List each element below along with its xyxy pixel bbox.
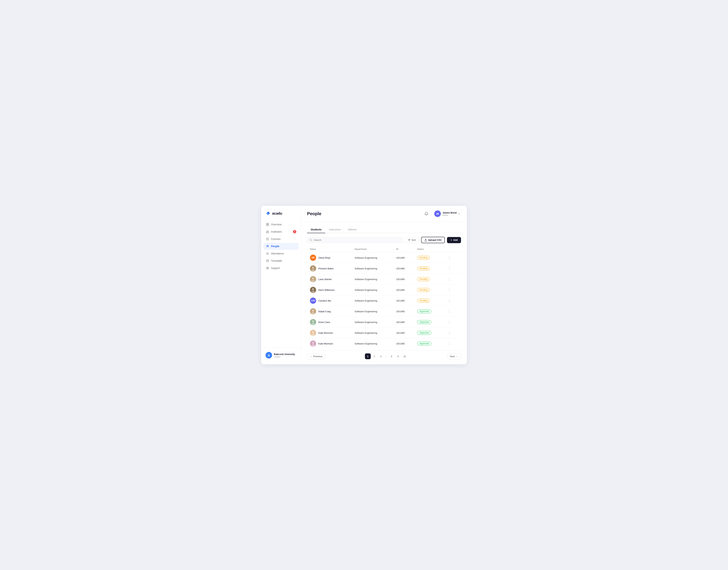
org-card[interactable]: B Babcock Univesity Legacy [264, 350, 298, 360]
col-department: Department [352, 246, 393, 252]
sidebar-item-label-institution: Institution [271, 230, 282, 233]
cell-name: OR Olivia Rhye [307, 252, 352, 263]
chevron-down-icon: ▾ [459, 213, 460, 215]
col-id: ID [393, 246, 414, 252]
sidebar-footer: B Babcock Univesity Legacy [261, 347, 301, 361]
arrow-right-icon: → [456, 355, 458, 358]
cell-id: 19/1485 [393, 306, 414, 317]
search-input[interactable] [314, 239, 400, 241]
person-avatar [310, 287, 316, 293]
sidebar-item-attendance[interactable]: Attendance [263, 250, 299, 257]
topbar: People JB James Bond Admin ▾ [301, 206, 467, 222]
status-badge: Pending [417, 266, 430, 270]
sidebar-item-people[interactable]: People [263, 243, 299, 250]
svg-rect-1 [268, 223, 269, 224]
sort-label: Sort [411, 239, 416, 241]
previous-button[interactable]: ← Previous [307, 353, 325, 359]
cell-status: Approved [414, 317, 443, 328]
sidebar-item-overview[interactable]: Overview [263, 221, 299, 228]
person-name: Natali Craig [318, 310, 331, 313]
row-more-button[interactable]: ⋮ [446, 276, 458, 282]
svg-point-17 [267, 268, 268, 269]
sidebar-item-institution[interactable]: Institution 2 [263, 228, 299, 235]
cell-id: 19/1485 [393, 252, 414, 263]
content-area: Students Instructors Admins [301, 222, 467, 364]
page-num-8[interactable]: 8 [389, 353, 394, 359]
cell-department: Software Engineering [352, 338, 393, 349]
cell-department: Software Engineering [352, 285, 393, 295]
main-content: People JB James Bond Admin ▾ [301, 206, 467, 364]
row-more-button[interactable]: ⋮ [446, 255, 458, 260]
svg-rect-3 [268, 225, 269, 226]
cell-status: Approved [414, 306, 443, 317]
sidebar-item-support[interactable]: Support [263, 265, 299, 272]
notification-button[interactable] [423, 210, 430, 217]
user-name: James Bond [442, 211, 457, 214]
svg-line-19 [268, 267, 268, 268]
page-num-1[interactable]: 1 [365, 353, 371, 359]
sidebar: acadu Overview [261, 206, 301, 364]
page-num-2[interactable]: 2 [371, 353, 377, 359]
status-badge: Approved [417, 341, 431, 345]
cell-id: 19/1485 [393, 263, 414, 274]
person-name: Kate Morrison [318, 332, 333, 334]
cell-status: Approved [414, 328, 443, 338]
user-chip[interactable]: JB James Bond Admin ▾ [433, 210, 461, 218]
sidebar-item-label-people: People [271, 245, 280, 248]
sort-button[interactable]: Sort [405, 237, 419, 243]
cell-name: Demi Wilkinson [307, 285, 352, 295]
col-status: Status [414, 246, 443, 252]
row-more-button[interactable]: ⋮ [446, 319, 458, 325]
cell-name: Kate Morrison [307, 338, 352, 349]
org-info: Babcock Univesity Legacy [274, 353, 297, 358]
next-button[interactable]: Next → [447, 353, 461, 359]
person-name: Phoenix Baker [318, 267, 334, 270]
upload-csv-button[interactable]: Upload CSV [421, 237, 445, 243]
row-more-button[interactable]: ⋮ [446, 266, 458, 271]
sidebar-item-label-timetable: Timetable [271, 259, 282, 262]
search-box [307, 237, 403, 243]
svg-point-11 [266, 252, 268, 255]
row-more-button[interactable]: ⋮ [446, 298, 458, 303]
cell-status: Pending [414, 285, 443, 295]
logo-icon [265, 211, 270, 216]
row-more-button[interactable]: ⋮ [446, 287, 458, 293]
logo-text: acadu [272, 211, 282, 216]
status-badge: Pending [417, 299, 430, 303]
cell-more: ⋮ [443, 338, 461, 349]
status-badge: Pending [417, 277, 430, 281]
table-row: Phoenix Baker Software Engineering 19/14… [307, 263, 461, 274]
add-button[interactable]: + Add [447, 237, 461, 243]
svg-point-42 [312, 320, 314, 322]
svg-rect-6 [266, 238, 268, 240]
cell-more: ⋮ [443, 274, 461, 285]
row-more-button[interactable]: ⋮ [446, 330, 458, 336]
org-name: Babcock Univesity [274, 353, 297, 355]
tab-instructors[interactable]: Instructors [325, 226, 344, 233]
status-badge: Approved [417, 331, 431, 335]
row-more-button[interactable]: ⋮ [446, 341, 458, 346]
attendance-icon [266, 252, 269, 255]
cell-id: 19/1485 [393, 274, 414, 285]
cell-more: ⋮ [443, 295, 461, 306]
person-name: Drew Cano [318, 321, 330, 324]
sidebar-nav: Overview Institution 2 [261, 221, 301, 345]
person-name: Kate Morrison [318, 342, 333, 345]
cell-id: 19/1485 [393, 338, 414, 349]
col-name: Name [307, 246, 352, 252]
table-row: Lana Steiner Software Engineering 19/148… [307, 274, 461, 285]
tab-students[interactable]: Students [307, 226, 325, 233]
page-num-10[interactable]: 10 [402, 353, 407, 359]
page-num-9[interactable]: 9 [395, 353, 401, 359]
page-numbers: 123...8910 [365, 353, 408, 359]
table-row: Kate Morrison Software Engineering 19/14… [307, 328, 461, 338]
row-more-button[interactable]: ⋮ [446, 309, 458, 314]
user-role: Admin [442, 214, 457, 216]
sidebar-item-courses[interactable]: Courses [263, 236, 299, 242]
page-num-3[interactable]: 3 [378, 353, 384, 359]
person-name: Candice Wu [318, 299, 331, 302]
svg-line-25 [312, 240, 312, 241]
sidebar-item-timetable[interactable]: Timetable [263, 257, 299, 264]
tab-admins[interactable]: Admins [344, 226, 360, 233]
table-row: OR Olivia Rhye Software Engineering 19/1… [307, 252, 461, 263]
